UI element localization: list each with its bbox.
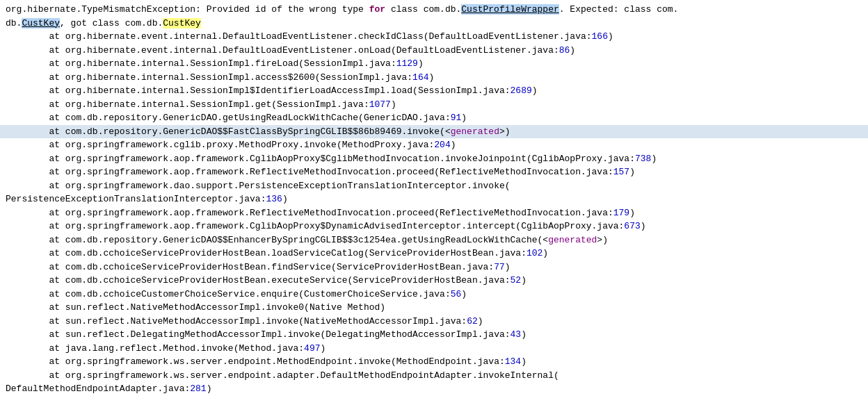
code-line: DefaultMethodEndpointAdapter.java:281) <box>0 382 868 396</box>
line-number: 56 <box>451 289 462 299</box>
line-number: 179 <box>613 208 629 218</box>
code-line: db.CustKey, got class com.db.CustKey <box>0 17 868 31</box>
code-line: at org.springframework.ws.server.endpoin… <box>0 355 868 369</box>
code-container: org.hibernate.TypeMismatchException: Pro… <box>0 0 868 396</box>
line-number: 673 <box>624 221 640 231</box>
code-line: at org.springframework.dao.support.Persi… <box>0 179 868 193</box>
generated-label: generated <box>451 126 499 137</box>
code-line: at java.lang.reflect.Method.invoke(Metho… <box>0 342 868 356</box>
code-line: at com.db.repository.GenericDAO.getUsing… <box>0 111 868 125</box>
code-line: at org.hibernate.event.internal.DefaultL… <box>0 44 868 58</box>
code-line: at org.hibernate.internal.SessionImpl.ac… <box>0 71 868 85</box>
line-number: 77 <box>494 262 505 272</box>
code-line: at sun.reflect.NativeMethodAccessorImpl.… <box>0 301 868 315</box>
code-line: PersistenceExceptionTranslationIntercept… <box>0 192 868 206</box>
code-line: at sun.reflect.NativeMethodAccessorImpl.… <box>0 315 868 329</box>
code-line: org.hibernate.TypeMismatchException: Pro… <box>0 3 868 17</box>
line-number: 281 <box>190 383 206 394</box>
code-line: at com.db.repository.GenericDAO$$FastCla… <box>0 125 868 139</box>
class-name-yellow: CustKey <box>163 18 201 28</box>
line-number: 43 <box>511 329 522 340</box>
code-line: at com.db.cchoiceCustomerChoiceService.e… <box>0 288 868 302</box>
code-line: at sun.reflect.DelegatingMethodAccessorI… <box>0 328 868 342</box>
line-number: 52 <box>511 275 522 286</box>
code-line: at org.springframework.cglib.proxy.Metho… <box>0 138 868 152</box>
class-name-highlight: CustProfileWrapper <box>461 4 558 15</box>
line-number: 738 <box>635 154 651 164</box>
code-line: at org.springframework.ws.server.endpoin… <box>0 369 868 383</box>
line-number: 91 <box>451 113 462 123</box>
line-number: 134 <box>505 356 521 367</box>
code-line: at org.springframework.aop.framework.Cgl… <box>0 220 868 233</box>
line-number: 497 <box>304 343 320 354</box>
code-line: at com.db.cchoiceServiceProviderHostBean… <box>0 247 868 261</box>
line-number: 102 <box>527 248 542 258</box>
line-number: 136 <box>266 194 282 204</box>
generated-label: generated <box>548 235 597 245</box>
code-line: at com.db.cchoiceServiceProviderHostBean… <box>0 261 868 274</box>
code-line: at org.hibernate.event.internal.DefaultL… <box>0 30 868 44</box>
line-number: 1129 <box>396 58 418 69</box>
keyword-for: for <box>369 4 385 15</box>
line-number: 164 <box>412 72 428 83</box>
code-line: at org.hibernate.internal.SessionImpl$Id… <box>0 84 868 98</box>
class-name-highlight: CustKey <box>22 18 60 28</box>
code-line: at org.hibernate.internal.SessionImpl.fi… <box>0 57 868 71</box>
line-number: 204 <box>434 140 450 150</box>
line-number: 157 <box>613 167 629 177</box>
code-line: at org.springframework.aop.framework.Ref… <box>0 165 868 179</box>
line-number: 62 <box>467 316 478 327</box>
code-line: at org.springframework.aop.framework.Ref… <box>0 206 868 220</box>
code-line: at org.hibernate.internal.SessionImpl.ge… <box>0 98 868 112</box>
line-number: 2689 <box>511 85 532 96</box>
code-line: at com.db.cchoiceServiceProviderHostBean… <box>0 274 868 288</box>
line-number: 86 <box>559 45 570 56</box>
code-line: at org.springframework.aop.framework.Cgl… <box>0 152 868 166</box>
line-number: 166 <box>592 31 608 42</box>
line-number: 1077 <box>369 99 391 110</box>
code-line: at com.db.repository.GenericDAO$$Enhance… <box>0 233 868 247</box>
